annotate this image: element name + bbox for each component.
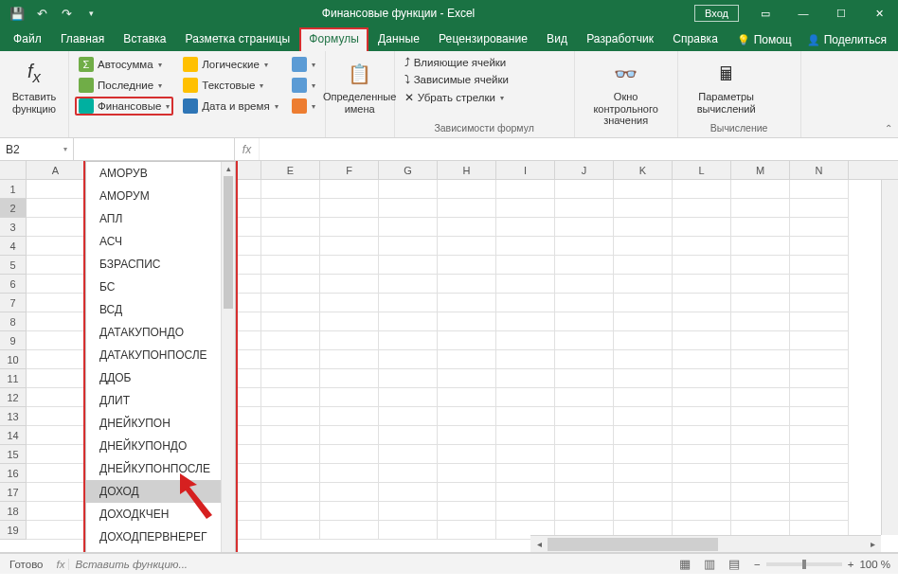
cell[interactable]	[261, 350, 320, 369]
cell[interactable]	[379, 275, 438, 294]
cell[interactable]	[790, 331, 849, 350]
zoom-in-icon[interactable]: +	[848, 559, 854, 570]
cell[interactable]	[555, 464, 614, 483]
dropdown-item[interactable]: БС	[86, 276, 235, 298]
datetime-button[interactable]: Дата и время▾	[179, 97, 281, 116]
tab-developer[interactable]: Разработчик	[577, 27, 663, 51]
cell[interactable]	[320, 388, 379, 407]
dropdown-item[interactable]: ДОХОДКЧЕН	[86, 503, 235, 526]
cell[interactable]	[320, 445, 379, 464]
tab-help[interactable]: Справка	[663, 27, 727, 51]
row-header[interactable]: 2	[0, 199, 27, 218]
trace-precedents-button[interactable]: ⤴Влияющие ячейки	[401, 55, 568, 70]
cell[interactable]	[614, 256, 673, 275]
cell[interactable]	[790, 275, 849, 294]
cell[interactable]	[555, 369, 614, 388]
cell[interactable]	[320, 312, 379, 331]
cell[interactable]	[673, 256, 731, 275]
cell[interactable]	[790, 237, 849, 256]
cell[interactable]	[379, 180, 438, 199]
tab-data[interactable]: Данные	[368, 27, 429, 51]
cell[interactable]	[261, 331, 320, 350]
select-all-corner[interactable]	[0, 161, 27, 179]
tab-file[interactable]: Файл	[4, 27, 51, 51]
cell[interactable]	[438, 256, 496, 275]
cell[interactable]	[731, 331, 790, 350]
dropdown-item[interactable]: ДОХОД	[86, 480, 235, 503]
cell[interactable]	[320, 521, 379, 540]
cell[interactable]	[438, 502, 496, 521]
cell[interactable]	[320, 464, 379, 483]
cell[interactable]	[379, 464, 438, 483]
cell[interactable]	[438, 407, 496, 426]
dropdown-item[interactable]: ДАТАКУПОНПОСЛЕ	[86, 344, 235, 366]
cell[interactable]	[438, 464, 496, 483]
cell[interactable]	[673, 237, 731, 256]
col-header[interactable]: J	[555, 161, 614, 179]
tab-home[interactable]: Главная	[51, 27, 114, 51]
cell[interactable]	[438, 237, 496, 256]
save-icon[interactable]: 💾	[6, 2, 28, 25]
cell[interactable]	[790, 464, 849, 483]
cell[interactable]	[614, 445, 673, 464]
cell[interactable]	[673, 502, 731, 521]
cell[interactable]	[27, 256, 85, 275]
recent-button[interactable]: Последние▾	[75, 76, 173, 95]
col-header[interactable]: H	[438, 161, 496, 179]
cell[interactable]	[27, 521, 85, 540]
cell[interactable]	[320, 369, 379, 388]
cell[interactable]	[261, 426, 320, 445]
cell[interactable]	[496, 407, 555, 426]
cell[interactable]	[27, 407, 85, 426]
cell[interactable]	[261, 312, 320, 331]
tab-review[interactable]: Рецензирование	[429, 27, 537, 51]
row-header[interactable]: 14	[0, 426, 27, 445]
col-header[interactable]: A	[27, 161, 85, 179]
row-header[interactable]: 12	[0, 388, 27, 407]
cell[interactable]	[731, 407, 790, 426]
cell[interactable]	[261, 464, 320, 483]
cell[interactable]	[614, 312, 673, 331]
cell[interactable]	[790, 445, 849, 464]
cell[interactable]	[673, 388, 731, 407]
cell[interactable]	[261, 237, 320, 256]
cell[interactable]	[261, 256, 320, 275]
row-header[interactable]: 13	[0, 407, 27, 426]
cell[interactable]	[790, 256, 849, 275]
row-header[interactable]: 6	[0, 275, 27, 294]
cell[interactable]	[673, 180, 731, 199]
cell[interactable]	[673, 275, 731, 294]
cell[interactable]	[496, 180, 555, 199]
cell[interactable]	[379, 426, 438, 445]
redo-icon[interactable]: ↷	[55, 2, 78, 25]
view-normal-icon[interactable]: ▦	[673, 557, 697, 571]
cell[interactable]	[790, 407, 849, 426]
cell[interactable]	[261, 369, 320, 388]
scroll-thumb[interactable]	[224, 176, 233, 309]
cell[interactable]	[614, 407, 673, 426]
cell[interactable]	[379, 294, 438, 312]
dropdown-item[interactable]: ДОХОДПОГАШ	[86, 548, 235, 553]
cell[interactable]	[27, 445, 85, 464]
cell[interactable]	[555, 237, 614, 256]
cell[interactable]	[438, 218, 496, 237]
cell[interactable]	[555, 502, 614, 521]
cell[interactable]	[731, 483, 790, 502]
zoom-level[interactable]: 100 %	[859, 559, 890, 570]
cell[interactable]	[614, 294, 673, 312]
cell[interactable]	[379, 388, 438, 407]
cell[interactable]	[731, 237, 790, 256]
cell[interactable]	[496, 445, 555, 464]
cell[interactable]	[614, 180, 673, 199]
cell[interactable]	[790, 502, 849, 521]
cell[interactable]	[555, 388, 614, 407]
cell[interactable]	[673, 369, 731, 388]
dropdown-item[interactable]: ДЛИТ	[86, 389, 235, 412]
cell[interactable]	[438, 483, 496, 502]
cell[interactable]	[496, 426, 555, 445]
cell[interactable]	[261, 407, 320, 426]
cell[interactable]	[614, 331, 673, 350]
cell[interactable]	[731, 369, 790, 388]
ribbon-options-icon[interactable]: ▭	[746, 0, 784, 27]
hscroll-thumb[interactable]	[548, 538, 718, 551]
